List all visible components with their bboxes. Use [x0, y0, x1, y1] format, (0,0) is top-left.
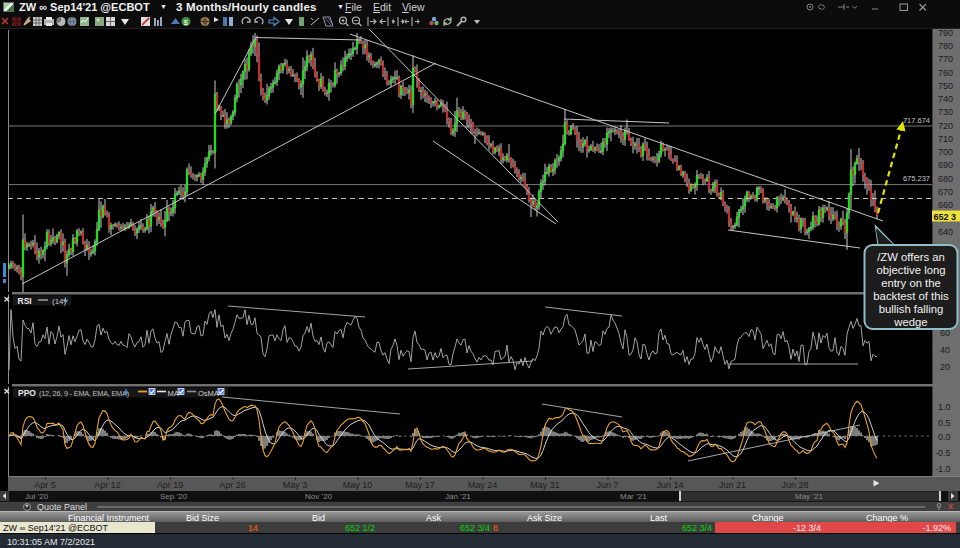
svg-text:Jun 14: Jun 14 — [656, 480, 683, 490]
svg-text:May 24: May 24 — [468, 480, 498, 490]
svg-text:640: 640 — [938, 227, 953, 237]
svg-text:740: 740 — [938, 94, 953, 104]
svg-text:Apr 12: Apr 12 — [94, 480, 121, 490]
svg-text:(12, 26, 9 - EMA, EMA, EMA): (12, 26, 9 - EMA, EMA, EMA) — [39, 389, 129, 398]
svg-text:May 3: May 3 — [283, 480, 308, 490]
svg-text:Apr 19: Apr 19 — [157, 480, 184, 490]
svg-text:750: 750 — [938, 81, 953, 91]
svg-text:Mar ’21: Mar ’21 — [620, 492, 647, 501]
svg-text:710: 710 — [938, 134, 953, 144]
svg-text:Jan ’21: Jan ’21 — [445, 492, 471, 501]
svg-text:objective long: objective long — [876, 264, 945, 276]
svg-text:Apr 5: Apr 5 — [34, 480, 56, 490]
svg-text:MA: MA — [168, 389, 179, 398]
svg-text:OsMA: OsMA — [198, 389, 219, 398]
svg-text:wedge: wedge — [893, 316, 927, 328]
svg-text:Sep ’20: Sep ’20 — [160, 492, 188, 501]
svg-text:670: 670 — [938, 187, 953, 197]
svg-text:790: 790 — [938, 29, 953, 38]
svg-text:720: 720 — [938, 121, 953, 131]
svg-text:675.237: 675.237 — [903, 174, 930, 183]
svg-text:0.5: 0.5 — [938, 418, 951, 428]
svg-text:/ZW offers an: /ZW offers an — [877, 251, 945, 263]
svg-text:40: 40 — [940, 345, 950, 355]
svg-text:Jun 21: Jun 21 — [719, 480, 746, 490]
svg-text:660: 660 — [938, 200, 953, 210]
svg-text:690: 690 — [938, 160, 953, 170]
svg-text:760: 760 — [938, 68, 953, 78]
svg-text:730: 730 — [938, 107, 953, 117]
svg-text:700: 700 — [938, 147, 953, 157]
svg-text:Jul ’20: Jul ’20 — [25, 492, 49, 501]
svg-text:May 17: May 17 — [405, 480, 435, 490]
svg-text:May ’21: May ’21 — [795, 492, 824, 501]
svg-text:Nov ’20: Nov ’20 — [305, 492, 333, 501]
svg-text:680: 680 — [938, 174, 953, 184]
svg-text:May 31: May 31 — [530, 480, 560, 490]
svg-text:-0.5: -0.5 — [935, 448, 951, 458]
svg-text:0.0: 0.0 — [938, 432, 951, 442]
svg-text:Apr 26: Apr 26 — [219, 480, 246, 490]
svg-text:20: 20 — [940, 362, 950, 372]
svg-text:Jun 28: Jun 28 — [781, 480, 808, 490]
svg-text:780: 780 — [938, 41, 953, 51]
svg-text:770: 770 — [938, 54, 953, 64]
svg-text:$: $ — [184, 18, 189, 27]
svg-text:PPO: PPO — [18, 388, 36, 398]
svg-text:May 10: May 10 — [343, 480, 373, 490]
svg-text:1.0: 1.0 — [938, 402, 951, 412]
svg-text:652 3: 652 3 — [934, 212, 957, 222]
svg-text:entry on the: entry on the — [881, 277, 941, 289]
svg-text:717.674: 717.674 — [903, 116, 930, 125]
svg-text:backtest of this: backtest of this — [873, 290, 949, 302]
svg-text:RSI: RSI — [18, 296, 32, 306]
svg-text:Jun 7: Jun 7 — [596, 480, 618, 490]
svg-text:-1.0: -1.0 — [935, 464, 951, 474]
svg-text:bullish falling: bullish falling — [879, 303, 944, 315]
